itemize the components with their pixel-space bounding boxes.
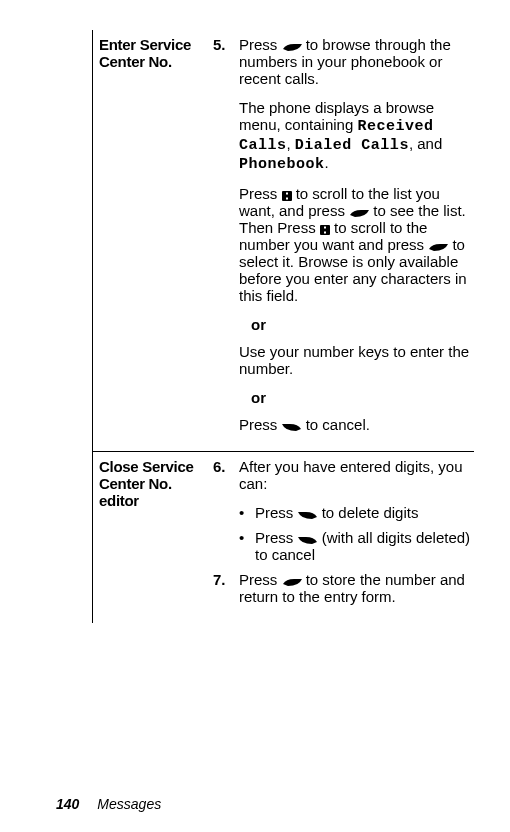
section-label-enter: Enter Service Center No. [99, 36, 213, 445]
bullet-icon: • [239, 529, 255, 563]
chapter-title: Messages [97, 796, 161, 812]
nav-key-icon [282, 191, 292, 201]
step-number-6: 6. [213, 458, 239, 492]
text: Press [239, 571, 282, 588]
softkey-left-icon [298, 512, 318, 520]
text: , [287, 135, 295, 152]
menu-item-dialed-calls: Dialed Calls [295, 137, 409, 154]
text: to cancel. [302, 416, 370, 433]
softkey-left-icon [298, 537, 318, 545]
softkey-right-icon [282, 44, 302, 52]
text: Press [255, 529, 298, 546]
nav-key-icon [320, 225, 330, 235]
text: Press [239, 36, 282, 53]
step-number-5: 5. [213, 36, 239, 87]
text: Press [255, 504, 298, 521]
text: , and [409, 135, 442, 152]
text: After you have entered digits, you can: [239, 458, 472, 492]
text: Press [239, 416, 282, 433]
text: to delete digits [318, 504, 419, 521]
page-number: 140 [56, 796, 79, 812]
text: . [325, 154, 329, 171]
section-body-enter: 5. Press to browse through the numbers i… [213, 36, 474, 445]
text: Press [239, 185, 282, 202]
or-separator: or [251, 389, 472, 406]
softkey-right-icon [349, 210, 369, 218]
softkey-right-icon [282, 579, 302, 587]
menu-item-phonebook: Phonebook [239, 156, 325, 173]
softkey-left-icon [282, 424, 302, 432]
step-number-7: 7. [213, 571, 239, 605]
section-body-close: 6. After you have entered digits, you ca… [213, 458, 474, 617]
section-label-close: Close Service Center No. editor [99, 458, 213, 617]
softkey-right-icon [428, 244, 448, 252]
or-separator: or [251, 316, 472, 333]
page-footer: 140Messages [56, 796, 161, 812]
text: Use your number keys to enter the number… [239, 343, 472, 377]
bullet-icon: • [239, 504, 255, 521]
